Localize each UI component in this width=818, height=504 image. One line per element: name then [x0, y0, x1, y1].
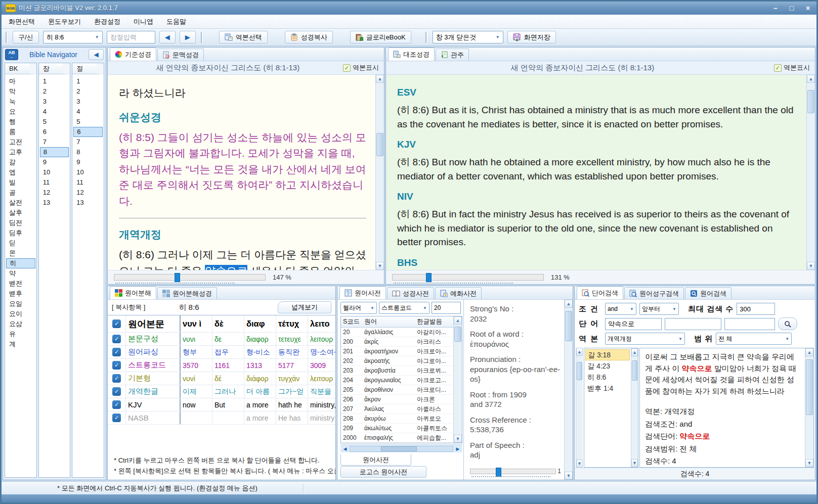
- scroll-down-icon[interactable]: ▼: [805, 459, 813, 467]
- compare-bible-text[interactable]: ESV (히 8:6) But as it is, Christ has obt…: [386, 75, 806, 270]
- max-results-input[interactable]: [737, 303, 775, 315]
- version-display-toggle[interactable]: ✓ 역본표시: [343, 63, 379, 72]
- bottom-tab-dictionary[interactable]: 원어사전: [340, 454, 411, 466]
- result-item[interactable]: 벧후 1:4: [585, 383, 630, 394]
- book-item[interactable]: 고전: [6, 137, 35, 147]
- search-word-input-2[interactable]: [665, 318, 721, 330]
- book-item[interactable]: 벧후: [6, 289, 35, 299]
- chapter-item[interactable]: 13: [40, 198, 69, 208]
- table-row[interactable]: 205ἀκροθίνιον아크로디...: [341, 385, 453, 395]
- book-item[interactable]: 엡: [6, 167, 35, 177]
- chapter-item[interactable]: 3: [40, 97, 69, 107]
- chapter-item[interactable]: 4: [40, 107, 69, 117]
- book-item[interactable]: 살후: [6, 208, 35, 218]
- row-checkbox[interactable]: ✓: [112, 348, 121, 356]
- verse-column-header[interactable]: 절: [72, 63, 104, 74]
- book-column-header[interactable]: BK: [5, 63, 36, 74]
- tab-word-parse[interactable]: 원어분해: [110, 286, 156, 299]
- book-item[interactable]: 요일: [6, 299, 35, 309]
- book-item[interactable]: 빌: [6, 177, 35, 188]
- chapter-item[interactable]: 7: [40, 137, 69, 147]
- table-row[interactable]: 200ἀκρίς아크리스: [341, 337, 453, 347]
- table-row[interactable]: 206ἄκρον아크론: [341, 395, 453, 404]
- book-item[interactable]: 살전: [6, 198, 35, 208]
- scroll-up-icon[interactable]: ▲: [454, 316, 462, 325]
- forward-button[interactable]: ▶: [180, 31, 196, 43]
- book-item-selected[interactable]: 히: [6, 258, 35, 268]
- glory-ebook-button[interactable]: 글로리eBooK: [350, 31, 411, 43]
- scroll-up-icon[interactable]: ▲: [376, 75, 384, 83]
- chapter-item[interactable]: 11: [40, 177, 69, 188]
- menu-window-view[interactable]: 윈도우보기: [48, 17, 81, 26]
- toolbar-grip[interactable]: [201, 32, 203, 43]
- table-row[interactable]: 202ἀκροατής아그로아...: [341, 356, 453, 366]
- book-item[interactable]: 행: [6, 117, 35, 127]
- chapter-item[interactable]: 2: [40, 86, 69, 97]
- scroll-up-icon[interactable]: ▲: [807, 75, 815, 83]
- book-item[interactable]: 벧전: [6, 279, 35, 289]
- version-combo[interactable]: 개역개정▼: [605, 333, 685, 345]
- vertical-scrollbar[interactable]: ▲ ▼: [564, 300, 573, 480]
- verse-item[interactable]: 8: [73, 147, 103, 157]
- verse-item[interactable]: 10: [73, 167, 103, 177]
- scroll-down-icon[interactable]: ▼: [576, 460, 583, 468]
- book-item[interactable]: 요삼: [6, 319, 35, 329]
- vertical-scrollbar[interactable]: ▲ ▼: [453, 316, 462, 443]
- scroll-left-icon[interactable]: ◀: [340, 446, 350, 451]
- minimize-button[interactable]: –: [771, 4, 780, 12]
- book-item[interactable]: 요이: [6, 309, 35, 319]
- horizontal-scrollbar[interactable]: ◀ ▶: [340, 444, 462, 452]
- table-row[interactable]: 208ἀκυρόω아퀴로오: [341, 414, 453, 424]
- scroll-down-icon[interactable]: ▼: [631, 459, 638, 467]
- book-item[interactable]: 롬: [6, 127, 35, 137]
- tab-original-phrase-search[interactable]: 원어성구검색: [624, 287, 684, 299]
- verse-combo[interactable]: 히 8:6 ▼: [43, 31, 103, 43]
- code-type-combo[interactable]: 스트롱코드▼: [379, 302, 429, 314]
- scroll-up-icon[interactable]: ▲: [565, 300, 573, 308]
- ot-nt-toggle-button[interactable]: 구/신: [13, 31, 39, 43]
- chapter-item[interactable]: 10: [40, 167, 69, 177]
- bottom-tab-logos-dictionary[interactable]: 로고스 원어사전: [340, 466, 426, 478]
- result-item-selected[interactable]: 갈 3:18: [585, 349, 630, 360]
- verse-item[interactable]: 4: [73, 107, 103, 117]
- close-button[interactable]: ×: [803, 4, 812, 12]
- book-item[interactable]: 요: [6, 107, 35, 117]
- book-item[interactable]: 골: [6, 188, 35, 198]
- book-item[interactable]: 딤전: [6, 218, 35, 228]
- version-display-toggle[interactable]: ✓ 역본표시: [774, 63, 810, 72]
- search-word-input-3[interactable]: [724, 318, 775, 330]
- chapter-item[interactable]: 12: [40, 188, 69, 198]
- row-checkbox[interactable]: ✓: [112, 400, 121, 409]
- scroll-down-icon[interactable]: ▼: [376, 262, 384, 270]
- verse-item-selected[interactable]: 6: [73, 127, 103, 137]
- tab-illustration-dictionary[interactable]: 예화사전: [435, 287, 482, 299]
- entry-page-slider[interactable]: [470, 469, 556, 474]
- search-button[interactable]: [778, 317, 797, 330]
- menu-screen-select[interactable]: 화면선택: [9, 17, 35, 26]
- zoom-slider[interactable]: [392, 274, 544, 281]
- tab-compare-bible[interactable]: 대조성경: [388, 48, 435, 61]
- tab-primary-bible[interactable]: 기준성경: [110, 48, 156, 61]
- chapter-item-selected[interactable]: 8: [40, 147, 69, 157]
- toolbar-grip[interactable]: [425, 32, 427, 43]
- entry-text[interactable]: Strong's No :2032 Root of a word :ἐπουρά…: [470, 304, 562, 465]
- zoom-slider[interactable]: [114, 274, 266, 281]
- table-row[interactable]: 204ἀκρογωνιαῖος아크로고...: [341, 376, 453, 385]
- verse-item[interactable]: 13: [73, 198, 103, 208]
- book-item[interactable]: 고후: [6, 147, 35, 157]
- result-item[interactable]: 히 8:6: [585, 372, 630, 383]
- scroll-down-icon[interactable]: ▼: [454, 435, 462, 443]
- table-row[interactable]: 209ἀκωλύτως아콜뤼토스: [341, 424, 453, 433]
- book-item[interactable]: 약: [6, 268, 35, 279]
- book-item[interactable]: 마: [6, 76, 35, 86]
- bible-copy-button[interactable]: 성경복사: [285, 31, 333, 43]
- table-row[interactable]: 2000ἐπισφαλής에피습할...: [341, 433, 453, 443]
- vertical-scrollbar[interactable]: ▲ ▼: [631, 348, 638, 467]
- verse-item[interactable]: 9: [73, 157, 103, 167]
- book-item[interactable]: 딤후: [6, 228, 35, 238]
- scroll-down-icon[interactable]: ▼: [565, 472, 573, 480]
- search-result-verse[interactable]: 이로써 그 보배롭고 지극히 큰 약속을 우리에게 주사 이 약속으로 말미암아…: [640, 348, 805, 467]
- chapter-column-header[interactable]: 장: [39, 63, 70, 74]
- toolbar-grip[interactable]: [6, 32, 8, 43]
- book-item[interactable]: 갈: [6, 157, 35, 167]
